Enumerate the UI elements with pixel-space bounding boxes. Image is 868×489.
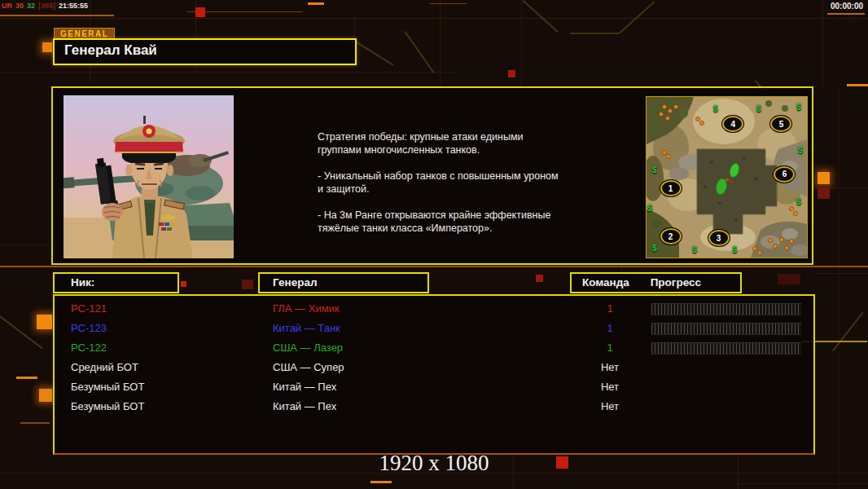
player-nick: РС-122: [71, 338, 107, 358]
money-marker: $: [796, 197, 801, 206]
spawn-point-marker: 4: [722, 116, 743, 132]
money-marker: $: [692, 245, 697, 254]
general-tab-label: GENERAL: [60, 29, 108, 38]
table-row[interactable]: РС-122США — Лазер1: [55, 338, 813, 358]
player-general: ГЛА — Химик: [273, 299, 340, 319]
deco-shape: [355, 41, 394, 66]
spawn-point-marker: 2: [660, 228, 682, 244]
deco-shape: [308, 2, 324, 5]
deco-shape: [16, 377, 37, 379]
money-marker: $: [652, 244, 657, 253]
table-row[interactable]: Безумный БОТКитай — ПехНет: [55, 397, 813, 416]
status-part: 32: [27, 2, 35, 10]
general-portrait: [64, 95, 234, 258]
player-general: Китай — Танк: [273, 319, 340, 338]
match-timer: 00:00:00: [831, 2, 863, 11]
money-marker: $: [798, 146, 803, 155]
table-row[interactable]: РС-123Китай — Танк1: [55, 319, 813, 338]
deco-shape: [778, 274, 800, 284]
table-row[interactable]: РС-121ГЛА — Химик1: [55, 299, 813, 319]
deco-shape: [0, 72, 456, 73]
player-nick: Средний БОТ: [71, 358, 138, 377]
general-header-label: Генерал: [273, 276, 317, 289]
progress-bar: [651, 323, 801, 335]
status-readout: UR3032[365]21:55:55: [2, 2, 91, 10]
deco-shape: [822, 0, 823, 86]
strategy-paragraph: - На 3м Ранге открываются крайне эффекти…: [318, 209, 586, 235]
deco-shape: [570, 33, 619, 34]
progress-header-label: Прогресс: [651, 276, 701, 289]
player-team: 1: [585, 338, 634, 358]
portrait-image: [64, 95, 234, 258]
column-header-team-progress: Команда Прогресс: [570, 272, 742, 293]
deco-shape: [20, 422, 50, 424]
deco-shape: [737, 483, 868, 484]
general-title-box: Генерал Квай: [53, 38, 357, 65]
money-marker: $: [713, 104, 718, 112]
game-lobby-screen: UR3032[365]21:55:55 00:00:00 GENERAL Ген…: [0, 0, 868, 489]
status-part: 30: [15, 2, 24, 10]
nick-header-label: Ник:: [71, 276, 94, 289]
deco-shape: [827, 13, 865, 15]
player-general: Китай — Пех: [273, 397, 336, 416]
table-row[interactable]: Безумный БОТКитай — ПехНет: [55, 377, 813, 397]
player-team: Нет: [585, 358, 634, 377]
column-header-general: Генерал: [258, 272, 429, 293]
column-header-nick: Ник:: [53, 272, 179, 293]
deco-shape: [370, 481, 392, 483]
deco-shape: [508, 70, 515, 77]
deco-shape: [818, 172, 830, 184]
deco-shape: [814, 273, 868, 274]
strategy-paragraph: Стратегия победы: крупные атаки едиными …: [318, 130, 586, 156]
team-header-label: Команда: [582, 276, 629, 289]
deco-shape: [242, 280, 253, 289]
player-nick: РС-121: [71, 299, 107, 319]
strategy-paragraph: - Уникальный набор танков с повышенным у…: [318, 170, 586, 196]
spawn-point-marker: 5: [770, 116, 791, 132]
player-general: Китай — Пех: [273, 377, 336, 397]
money-marker: $: [796, 102, 801, 111]
general-info-panel: Стратегия победы: крупные атаки едиными …: [51, 86, 813, 265]
player-nick: РС-123: [71, 319, 107, 338]
deco-shape: [832, 312, 864, 352]
player-general: США — Супер: [273, 358, 344, 377]
status-part: 21:55:55: [59, 2, 88, 10]
deco-shape: [354, 18, 355, 38]
players-table: РС-121ГЛА — Химик1РС-123Китай — Танк1РС-…: [53, 294, 815, 455]
deco-shape: [0, 18, 868, 19]
resolution-label: 1920 x 1080: [0, 451, 868, 476]
deco-shape: [839, 86, 840, 489]
deco-shape: [404, 31, 434, 73]
status-part: [365]: [38, 2, 55, 10]
player-team: Нет: [585, 397, 634, 416]
progress-bar: [651, 342, 801, 355]
deco-shape: [0, 15, 114, 16]
money-marker: $: [652, 165, 657, 174]
deco-shape: [847, 84, 868, 86]
spawn-point-marker: 3: [708, 230, 730, 246]
money-marker: $: [647, 203, 652, 212]
deco-shape: [440, 0, 441, 86]
player-nick: Безумный БОТ: [71, 377, 144, 397]
player-general: США — Лазер: [273, 338, 343, 358]
deco-shape: [0, 266, 868, 267]
deco-shape: [523, 0, 559, 33]
money-marker: $: [733, 245, 738, 254]
page-title: Генерал Квай: [64, 42, 157, 59]
spawn-point-marker: 1: [660, 180, 682, 196]
status-part: UR: [2, 2, 12, 10]
player-nick: Безумный БОТ: [71, 397, 144, 416]
spawn-point-marker: 6: [774, 166, 795, 183]
deco-shape: [37, 315, 52, 329]
deco-shape: [536, 275, 543, 282]
player-team: 1: [585, 319, 634, 338]
deco-shape: [0, 244, 52, 245]
table-row[interactable]: Средний БОТСША — СуперНет: [55, 358, 813, 377]
minimap: 123456$$$$$$$$$$: [646, 96, 808, 258]
money-marker: $: [756, 104, 761, 112]
deco-shape: [39, 389, 52, 402]
deco-shape: [195, 7, 205, 17]
deco-shape: [181, 281, 186, 287]
deco-shape: [430, 3, 467, 4]
player-rows: РС-121ГЛА — Химик1РС-123Китай — Танк1РС-…: [55, 299, 813, 416]
